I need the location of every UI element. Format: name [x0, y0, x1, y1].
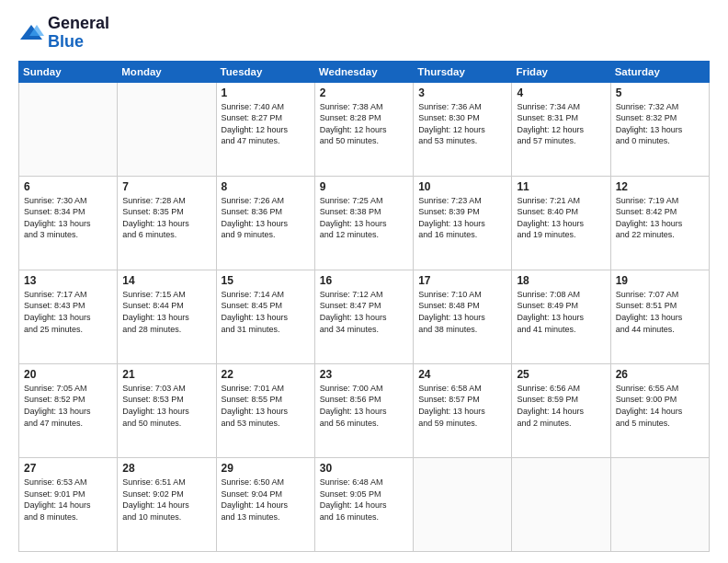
calendar-table: SundayMondayTuesdayWednesdayThursdayFrid… — [18, 61, 710, 552]
day-number: 24 — [418, 368, 506, 381]
day-info: Sunrise: 7:28 AM Sunset: 8:35 PM Dayligh… — [122, 195, 210, 241]
day-cell — [414, 457, 512, 551]
day-cell: 16Sunrise: 7:12 AM Sunset: 8:47 PM Dayli… — [314, 270, 413, 363]
header: General Blue — [18, 15, 710, 52]
logo: General Blue — [18, 15, 109, 52]
day-header-monday: Monday — [118, 61, 216, 82]
day-header-wednesday: Wednesday — [314, 61, 413, 82]
day-cell: 9Sunrise: 7:25 AM Sunset: 8:38 PM Daylig… — [314, 176, 413, 270]
day-cell: 8Sunrise: 7:26 AM Sunset: 8:36 PM Daylig… — [216, 176, 314, 270]
day-cell: 22Sunrise: 7:01 AM Sunset: 8:55 PM Dayli… — [216, 363, 314, 457]
day-info: Sunrise: 7:30 AM Sunset: 8:34 PM Dayligh… — [24, 195, 112, 241]
day-cell: 11Sunrise: 7:21 AM Sunset: 8:40 PM Dayli… — [512, 176, 610, 270]
day-cell — [19, 82, 118, 176]
page: General Blue SundayMondayTuesdayWednesda… — [0, 0, 728, 563]
day-info: Sunrise: 7:15 AM Sunset: 8:44 PM Dayligh… — [122, 289, 210, 335]
day-number: 16 — [320, 274, 408, 287]
day-number: 14 — [122, 274, 210, 287]
day-info: Sunrise: 7:40 AM Sunset: 8:27 PM Dayligh… — [222, 101, 310, 147]
day-cell: 10Sunrise: 7:23 AM Sunset: 8:39 PM Dayli… — [414, 176, 512, 270]
day-cell: 7Sunrise: 7:28 AM Sunset: 8:35 PM Daylig… — [118, 176, 216, 270]
day-info: Sunrise: 6:50 AM Sunset: 9:04 PM Dayligh… — [222, 477, 310, 523]
day-info: Sunrise: 7:23 AM Sunset: 8:39 PM Dayligh… — [418, 195, 506, 241]
day-number: 18 — [517, 274, 605, 287]
day-info: Sunrise: 7:34 AM Sunset: 8:31 PM Dayligh… — [517, 101, 605, 147]
day-info: Sunrise: 6:48 AM Sunset: 9:05 PM Dayligh… — [320, 477, 408, 523]
day-cell: 6Sunrise: 7:30 AM Sunset: 8:34 PM Daylig… — [19, 176, 118, 270]
day-cell: 30Sunrise: 6:48 AM Sunset: 9:05 PM Dayli… — [314, 457, 413, 551]
day-cell: 19Sunrise: 7:07 AM Sunset: 8:51 PM Dayli… — [610, 270, 709, 363]
day-cell: 4Sunrise: 7:34 AM Sunset: 8:31 PM Daylig… — [512, 82, 610, 176]
day-info: Sunrise: 6:56 AM Sunset: 8:59 PM Dayligh… — [517, 383, 605, 429]
day-info: Sunrise: 7:17 AM Sunset: 8:43 PM Dayligh… — [24, 289, 112, 335]
day-cell: 23Sunrise: 7:00 AM Sunset: 8:56 PM Dayli… — [314, 363, 413, 457]
week-row-3: 13Sunrise: 7:17 AM Sunset: 8:43 PM Dayli… — [19, 270, 710, 363]
day-info: Sunrise: 7:12 AM Sunset: 8:47 PM Dayligh… — [320, 289, 408, 335]
logo-line1: General — [48, 15, 109, 33]
day-number: 11 — [517, 180, 605, 193]
day-info: Sunrise: 6:58 AM Sunset: 8:57 PM Dayligh… — [418, 383, 506, 429]
day-number: 7 — [122, 180, 210, 193]
day-number: 23 — [320, 368, 408, 381]
week-row-5: 27Sunrise: 6:53 AM Sunset: 9:01 PM Dayli… — [19, 457, 710, 551]
day-cell: 2Sunrise: 7:38 AM Sunset: 8:28 PM Daylig… — [314, 82, 413, 176]
day-cell: 20Sunrise: 7:05 AM Sunset: 8:52 PM Dayli… — [19, 363, 118, 457]
day-info: Sunrise: 6:51 AM Sunset: 9:02 PM Dayligh… — [122, 477, 210, 523]
day-number: 5 — [616, 86, 704, 99]
day-number: 12 — [616, 180, 704, 193]
day-info: Sunrise: 7:26 AM Sunset: 8:36 PM Dayligh… — [222, 195, 310, 241]
day-cell: 18Sunrise: 7:08 AM Sunset: 8:49 PM Dayli… — [512, 270, 610, 363]
day-info: Sunrise: 7:03 AM Sunset: 8:53 PM Dayligh… — [122, 383, 210, 429]
day-info: Sunrise: 7:07 AM Sunset: 8:51 PM Dayligh… — [616, 289, 704, 335]
week-row-4: 20Sunrise: 7:05 AM Sunset: 8:52 PM Dayli… — [19, 363, 710, 457]
day-info: Sunrise: 7:01 AM Sunset: 8:55 PM Dayligh… — [222, 383, 310, 429]
day-number: 27 — [24, 462, 112, 475]
day-cell: 15Sunrise: 7:14 AM Sunset: 8:45 PM Dayli… — [216, 270, 314, 363]
day-cell: 28Sunrise: 6:51 AM Sunset: 9:02 PM Dayli… — [118, 457, 216, 551]
day-number: 22 — [222, 368, 310, 381]
day-header-friday: Friday — [512, 61, 610, 82]
day-info: Sunrise: 7:36 AM Sunset: 8:30 PM Dayligh… — [418, 101, 506, 147]
day-cell: 25Sunrise: 6:56 AM Sunset: 8:59 PM Dayli… — [512, 363, 610, 457]
day-number: 4 — [517, 86, 605, 99]
day-number: 10 — [418, 180, 506, 193]
day-cell — [512, 457, 610, 551]
day-header-sunday: Sunday — [19, 61, 118, 82]
day-number: 15 — [222, 274, 310, 287]
day-number: 19 — [616, 274, 704, 287]
day-cell: 21Sunrise: 7:03 AM Sunset: 8:53 PM Dayli… — [118, 363, 216, 457]
day-info: Sunrise: 7:25 AM Sunset: 8:38 PM Dayligh… — [320, 195, 408, 241]
day-info: Sunrise: 6:55 AM Sunset: 9:00 PM Dayligh… — [616, 383, 704, 429]
day-number: 8 — [222, 180, 310, 193]
week-row-2: 6Sunrise: 7:30 AM Sunset: 8:34 PM Daylig… — [19, 176, 710, 270]
day-info: Sunrise: 7:05 AM Sunset: 8:52 PM Dayligh… — [24, 383, 112, 429]
day-header-tuesday: Tuesday — [216, 61, 314, 82]
day-cell: 12Sunrise: 7:19 AM Sunset: 8:42 PM Dayli… — [610, 176, 709, 270]
day-info: Sunrise: 7:21 AM Sunset: 8:40 PM Dayligh… — [517, 195, 605, 241]
day-cell: 29Sunrise: 6:50 AM Sunset: 9:04 PM Dayli… — [216, 457, 314, 551]
day-number: 29 — [222, 462, 310, 475]
day-info: Sunrise: 7:19 AM Sunset: 8:42 PM Dayligh… — [616, 195, 704, 241]
day-cell: 27Sunrise: 6:53 AM Sunset: 9:01 PM Dayli… — [19, 457, 118, 551]
day-number: 20 — [24, 368, 112, 381]
day-cell: 13Sunrise: 7:17 AM Sunset: 8:43 PM Dayli… — [19, 270, 118, 363]
day-number: 9 — [320, 180, 408, 193]
day-info: Sunrise: 7:38 AM Sunset: 8:28 PM Dayligh… — [320, 101, 408, 147]
day-number: 17 — [418, 274, 506, 287]
day-number: 1 — [222, 86, 310, 99]
day-cell — [118, 82, 216, 176]
day-number: 13 — [24, 274, 112, 287]
day-info: Sunrise: 7:10 AM Sunset: 8:48 PM Dayligh… — [418, 289, 506, 335]
day-info: Sunrise: 7:08 AM Sunset: 8:49 PM Dayligh… — [517, 289, 605, 335]
day-number: 6 — [24, 180, 112, 193]
day-cell: 3Sunrise: 7:36 AM Sunset: 8:30 PM Daylig… — [414, 82, 512, 176]
day-cell: 24Sunrise: 6:58 AM Sunset: 8:57 PM Dayli… — [414, 363, 512, 457]
day-number: 30 — [320, 462, 408, 475]
day-number: 21 — [122, 368, 210, 381]
day-cell: 17Sunrise: 7:10 AM Sunset: 8:48 PM Dayli… — [414, 270, 512, 363]
day-header-thursday: Thursday — [414, 61, 512, 82]
day-info: Sunrise: 7:32 AM Sunset: 8:32 PM Dayligh… — [616, 101, 704, 147]
day-number: 3 — [418, 86, 506, 99]
day-info: Sunrise: 6:53 AM Sunset: 9:01 PM Dayligh… — [24, 477, 112, 523]
day-number: 25 — [517, 368, 605, 381]
